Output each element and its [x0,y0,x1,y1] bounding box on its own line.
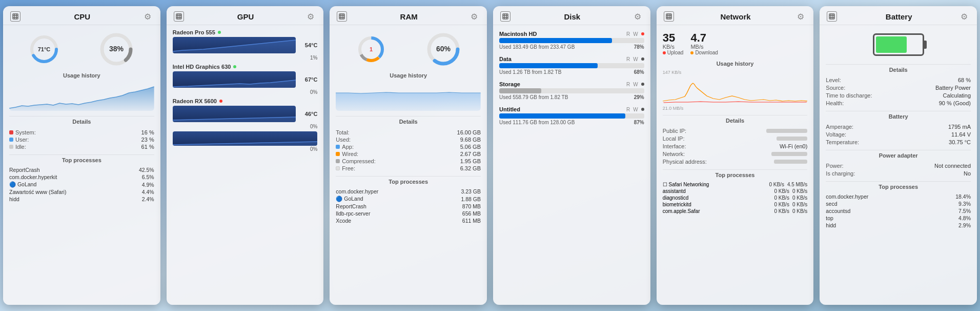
battery-battery-details: Amperage: 1795 mA Voltage: 11.64 V Tempe… [826,123,971,146]
ram-used-row: Used: 9.68 GB [336,136,481,143]
battery-header: Battery ⚙ [820,6,977,25]
gpu2-pct: 0% [173,89,318,95]
gpu3-pct2: 0% [173,146,318,152]
cpu-top-processes-label: Top processes [9,154,154,163]
list-item: com.docker.hyper18.4% [826,193,971,200]
cpu-panel: CPU ⚙ 71°C 38% Usage history [3,6,160,305]
disk4-bar [499,113,644,119]
cpu-system-row: System: 16 % [9,129,154,136]
list-item: lldb-rpc-server656 MB [336,210,481,217]
network-row: Network: [663,150,808,158]
batt-level-row: Level: 68 % [826,76,971,84]
cpu-header: CPU ⚙ [3,6,160,25]
download-stat: 4.7 MB/s Download [690,32,718,55]
list-item: secd9.3% [826,200,971,207]
gpu3-sparkline2 [173,131,318,146]
disk-untitled: Untitled R W Used 111.76 GB from 128.00 … [499,106,644,125]
batt-health-row: Health: 90 % (Good) [826,99,971,107]
disk-title: Disk [511,12,634,21]
svg-rect-16 [339,14,344,19]
batt-amperage-row: Amperage: 1795 mA [826,123,971,130]
svg-rect-34 [666,14,671,19]
batt-discharge-row: Time to discharge: Calculating [826,91,971,99]
cpu-chart-icon [10,11,21,22]
network-chart-icon [664,11,674,22]
network-settings-icon[interactable]: ⚙ [797,12,806,21]
cpu-processes: ReportCrash42.5% com.docker.hyperkit6.5%… [9,166,154,203]
physical-row: Physical address: [663,158,808,165]
ram-sparkline [336,83,481,111]
network-panel: Network ⚙ 35 KB/s Upload 4.7 MB/s Downlo… [657,6,814,305]
svg-rect-0 [13,14,18,19]
upload-stat: 35 KB/s Upload [663,32,684,55]
list-item: ☐ Safari Networking 0 KB/s4.5 MB/s [663,181,808,188]
cpu-details: System: 16 % User: 23 % Idle: 61 % [9,129,154,150]
power-adapter-details: Power: Not connected Is charging: No [826,162,971,177]
gpu1-section: Radeon Pro 555 54°C 1% [173,29,318,61]
list-item: com.docker.hyper3.23 GB [336,188,481,195]
gpu3-pct: 0% [173,124,318,129]
cpu-idle-row: Idle: 61 % [9,143,154,150]
battery-section-label: Battery [826,111,971,120]
ram-details: Total: 16.00 GB Used: 9.68 GB App: 5.06 … [336,129,481,172]
list-item: com.apple.Safar 0 KB/s0 KB/s [663,208,808,215]
batt-temperature-row: Temperature: 30.75 °C [826,138,971,146]
disk-settings-icon[interactable]: ⚙ [634,12,643,21]
ram-body: 1 60% Usage history [330,25,487,305]
svg-text:71°C: 71°C [38,46,51,52]
network-processes: ☐ Safari Networking 0 KB/s4.5 MB/s assis… [663,181,808,215]
ram-compressed-row: Compressed: 1.95 GB [336,158,481,165]
gpu-title: GPU [184,12,308,21]
list-item: assistantd 0 KB/s0 KB/s [663,188,808,195]
battery-panel: Battery ⚙ Details Level: 68 % Source: Ba… [820,6,977,305]
list-item: hidd2.4% [9,196,154,203]
cpu-user-row: User: 23 % [9,136,154,143]
ram-color-gauge: 1 [356,34,386,65]
cpu-settings-icon[interactable]: ⚙ [144,12,153,21]
batt-voltage-row: Voltage: 11.64 V [826,130,971,138]
svg-text:38%: 38% [109,45,124,53]
disk1-bar [499,38,644,43]
ram-top-processes-label: Top processes [336,176,481,185]
gpu-chart-icon [174,11,184,22]
list-item: Zawartość www (Safari)4.4% [9,188,154,196]
disk-body: Macintosh HD R W Used 183.49 GB from 233… [493,25,650,305]
disk-data: Data R W Used 1.26 TB from 1.82 TB 68% [499,56,644,75]
network-details: Public IP: Local IP: Interface: Wi-Fi (e… [663,127,808,165]
network-body: 35 KB/s Upload 4.7 MB/s Download Usage h… [657,25,814,305]
gpu1-sparkline [173,37,296,53]
gpu2-section: Intel HD Graphics 630 67°C 0% [173,64,318,95]
svg-text:1: 1 [369,46,372,52]
list-item: 🔵 GoLand1.88 GB [336,195,481,203]
ram-settings-icon[interactable]: ⚙ [471,12,480,21]
ram-panel: RAM ⚙ 1 [330,6,487,305]
battery-body: Details Level: 68 % Source: Battery Powe… [820,25,977,305]
cpu-usage-gauge: 38% [98,31,134,67]
battery-details: Level: 68 % Source: Battery Power Time t… [826,76,971,107]
cpu-details-label: Details [9,116,154,125]
public-ip-row: Public IP: [663,127,808,134]
list-item: diagnosticd 0 KB/s0 KB/s [663,195,808,201]
disk-panel: Disk ⚙ Macintosh HD R W Used 183.49 GB f… [493,6,650,305]
gpu2-sparkline [173,71,296,88]
gpu-settings-icon[interactable]: ⚙ [307,12,316,21]
list-item: 🔵 GoLand4.9% [9,181,154,188]
battery-top-processes-label: Top processes [826,181,971,190]
gpu2-chart-row: 67°C [173,71,318,88]
gpu-header: GPU ⚙ [167,6,324,25]
gpu1-chart-row: 54°C [173,37,318,53]
battery-settings-icon[interactable]: ⚙ [961,12,970,21]
disk2-bar [499,63,644,68]
svg-text:60%: 60% [436,45,451,53]
list-item: accountsd7.5% [826,207,971,215]
list-item: hidd2.9% [826,222,971,229]
batt-source-row: Source: Battery Power [826,84,971,91]
gpu3-sparkline [173,106,296,122]
power-adapter-label: Power adapter [826,150,971,159]
cpu-gauges: 71°C 38% [9,31,154,67]
list-item: ReportCrash870 MB [336,203,481,210]
gpu-panel: GPU ⚙ Radeon Pro 555 54°C 1% [167,6,324,305]
list-item: ReportCrash42.5% [9,166,154,173]
list-item: biometrickitd 0 KB/s0 KB/s [663,201,808,208]
cpu-body: 71°C 38% Usage history [3,25,160,305]
